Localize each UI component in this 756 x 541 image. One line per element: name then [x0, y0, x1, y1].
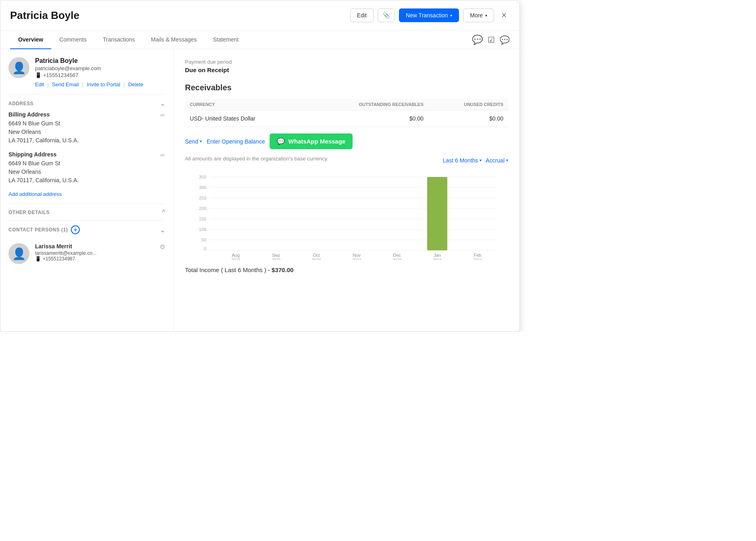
svg-text:200: 200 [199, 206, 206, 211]
svg-text:Jan: Jan [434, 253, 441, 258]
checklist-tab-icon[interactable]: ☑ [488, 35, 495, 45]
edit-button[interactable]: Edit [350, 8, 374, 22]
other-details-section-header[interactable]: OTHER DETAILS ^ [8, 204, 165, 220]
contact-person-phone-icon: 📱 [35, 256, 41, 262]
delete-link[interactable]: Delete [128, 81, 143, 88]
contact-phone: 📱 +15551234567 [35, 72, 165, 78]
svg-text:2023: 2023 [312, 258, 321, 260]
contact-name: Patricia Boyle [35, 57, 165, 65]
more-button[interactable]: More ▾ [463, 8, 494, 22]
shipping-address-block: Shipping Address 6649 N Blue Gum St New … [8, 151, 165, 185]
shipping-address-line2: New Orleans [8, 168, 79, 176]
contact-person-email: larissamerritt@example.co... [35, 250, 154, 256]
page-title: Patricia Boyle [10, 9, 350, 22]
svg-text:100: 100 [199, 227, 206, 232]
contact-person-item: 👤 Larissa Merrit larissamerritt@example.… [8, 238, 165, 269]
billing-address-line1: 6649 N Blue Gum St [8, 119, 79, 128]
svg-text:2024: 2024 [473, 258, 482, 260]
tab-transactions[interactable]: Transactions [95, 31, 143, 49]
currency-cell: USD- United States Dollar [185, 110, 307, 127]
avatar: 👤 [8, 57, 29, 78]
edit-contact-link[interactable]: Edit [35, 81, 44, 88]
svg-text:Nov: Nov [353, 253, 361, 258]
svg-text:Oct: Oct [313, 253, 320, 258]
svg-text:2023: 2023 [231, 258, 241, 260]
shipping-address-row: Shipping Address 6649 N Blue Gum St New … [8, 151, 165, 185]
tab-statement[interactable]: Statement [205, 31, 247, 49]
outstanding-header: OUTSTANDING RECEIVABLES [307, 99, 428, 110]
payment-due-label: Payment due period [185, 59, 508, 65]
chart-controls: Last 6 Months ▾ Accrual ▾ [442, 157, 508, 164]
whatsapp-message-button[interactable]: 💬 WhatsApp Message [270, 133, 353, 149]
left-panel: 👤 Patricia Boyle patriciaboyle@example.c… [0, 49, 174, 331]
tab-icons: 💬 ☑ 💬 [472, 35, 510, 45]
billing-address-line2: New Orleans [8, 128, 79, 136]
address-chevron-icon: ⌄ [160, 100, 165, 107]
svg-text:Feb: Feb [474, 253, 482, 258]
contact-person-phone: 📱 +15551234987 [35, 256, 154, 262]
message-tab-icon[interactable]: 💬 [500, 35, 510, 45]
other-details-title: OTHER DETAILS [8, 210, 50, 215]
contact-person-avatar-icon: 👤 [12, 247, 26, 260]
more-dropdown-icon: ▾ [485, 13, 487, 18]
new-transaction-button[interactable]: New Transaction ▾ [399, 8, 459, 22]
table-row: USD- United States Dollar $0.00 $0.00 [185, 110, 508, 127]
info-text: All amounts are displayed in the organiz… [185, 156, 328, 162]
send-email-link[interactable]: Send Email [52, 81, 79, 88]
svg-text:2023: 2023 [393, 258, 402, 260]
main-content: 👤 Patricia Boyle patriciaboyle@example.c… [0, 49, 519, 331]
income-chart: 350 300 250 200 150 100 50 0 [185, 171, 508, 260]
total-income: Total Income ( Last 6 Months ) - $370.00 [185, 266, 508, 273]
chart-header: All amounts are displayed in the organiz… [185, 156, 508, 168]
payment-due-value: Due on Receipt [185, 67, 508, 73]
contact-links: Edit | Send Email | Invite to Portal | D… [35, 81, 165, 88]
action-buttons: Send ▾ Enter Opening Balance 💬 WhatsApp … [185, 133, 508, 149]
svg-text:Sep: Sep [272, 253, 280, 258]
add-contact-person-button[interactable]: + [71, 225, 80, 234]
receivables-title: Receivables [185, 83, 508, 92]
attachment-button[interactable]: 📎 [378, 8, 395, 22]
shipping-address-line3: LA 70117, California, U.S.A. [8, 176, 79, 185]
shipping-edit-icon[interactable]: ✏ [160, 152, 165, 158]
contact-persons-header-left: CONTACT PERSONS (1) + [8, 225, 80, 234]
unused-credits-cell: $0.00 [428, 110, 508, 127]
unused-credits-header: UNUSED CREDITS [428, 99, 508, 110]
last-6-months-dropdown-icon: ▾ [480, 158, 482, 162]
svg-text:250: 250 [199, 196, 206, 200]
svg-text:Aug: Aug [232, 253, 240, 258]
receivables-section: Receivables CURRENCY OUTSTANDING RECEIVA… [185, 83, 508, 273]
address-section-title: ADDRESS [8, 101, 33, 106]
tab-comments[interactable]: Comments [51, 31, 95, 49]
svg-text:2023: 2023 [272, 258, 281, 260]
shipping-address-line1: 6649 N Blue Gum St [8, 159, 79, 168]
billing-address-content: Billing Address 6649 N Blue Gum St New O… [8, 111, 79, 145]
tab-overview[interactable]: Overview [10, 31, 51, 49]
whatsapp-icon: 💬 [277, 137, 285, 145]
enter-opening-balance-button[interactable]: Enter Opening Balance [207, 138, 265, 145]
close-button[interactable]: × [498, 8, 510, 22]
contact-email: patriciaboyle@example.com [35, 65, 165, 71]
svg-text:350: 350 [199, 175, 206, 179]
svg-text:2024: 2024 [433, 258, 442, 260]
accrual-button[interactable]: Accrual ▾ [486, 157, 508, 164]
billing-address-line3: LA 70117, California, U.S.A. [8, 136, 79, 145]
shipping-address-label: Shipping Address [8, 151, 79, 158]
whatsapp-tab-icon[interactable]: 💬 [472, 35, 483, 45]
chart-bar-jan [427, 177, 447, 250]
tab-mails-messages[interactable]: Mails & Messages [143, 31, 205, 49]
billing-address-label: Billing Address [8, 111, 79, 118]
avatar-icon: 👤 [12, 61, 26, 75]
billing-edit-icon[interactable]: ✏ [160, 112, 165, 119]
svg-text:300: 300 [199, 185, 206, 190]
send-button[interactable]: Send ▾ [185, 138, 202, 145]
add-address-link[interactable]: Add additional address [8, 191, 165, 197]
contact-persons-chevron-icon[interactable]: ⌄ [160, 226, 165, 234]
new-transaction-dropdown-icon: ▾ [450, 13, 452, 18]
last-6-months-button[interactable]: Last 6 Months ▾ [442, 157, 482, 164]
address-section-header[interactable]: ADDRESS ⌄ [8, 94, 165, 111]
invite-to-portal-link[interactable]: Invite to Portal [87, 81, 120, 88]
contact-person-settings-button[interactable]: ⚙ [160, 243, 165, 251]
contact-person-avatar: 👤 [8, 243, 29, 264]
svg-text:Dec: Dec [393, 253, 401, 258]
billing-address-row: Billing Address 6649 N Blue Gum St New O… [8, 111, 165, 145]
